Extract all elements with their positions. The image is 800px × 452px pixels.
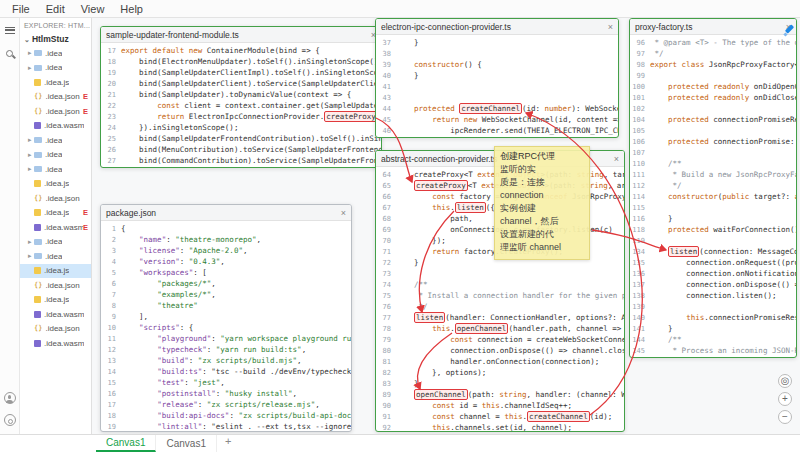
settings-icon[interactable] [4, 414, 16, 426]
tree-item[interactable]: {}.idea.jsonE [20, 90, 91, 105]
tree-item-label: .idea [45, 237, 62, 246]
tree-item-label: .idea [45, 252, 62, 261]
tree-item-label: .idea [45, 49, 62, 58]
code-text: listen(handler: ConnectionHandler, optio… [396, 313, 624, 324]
tree-item[interactable]: .idea.wasm [20, 119, 91, 134]
code-line: 112 */ [630, 181, 796, 192]
code-text: "postinstall": "husky install", [121, 389, 297, 400]
recenter-icon[interactable]: ◎ [778, 374, 792, 388]
code-text: "examples/*", [121, 290, 216, 301]
line-number: 100 [630, 82, 650, 93]
line-number: 99 [630, 71, 650, 82]
tree-item-label: .idea.js [44, 179, 69, 188]
zoom-out-icon[interactable]: − [778, 410, 792, 424]
folder-icon [34, 239, 42, 245]
tree-item[interactable]: {}.idea.jsonE [20, 104, 91, 119]
line-number: 119 [630, 236, 650, 247]
canvas-tab-2[interactable]: Canvas1 [156, 435, 216, 452]
tree-item[interactable]: ▸.idea [20, 235, 91, 250]
tree-item[interactable]: .idea.wasm [20, 336, 91, 351]
file-tree: ▸.idea▸.idea.idea.js{}.idea.jsonE{}.idea… [20, 46, 91, 351]
close-icon[interactable]: × [604, 22, 613, 32]
tree-item[interactable]: ▸.idea [20, 46, 91, 61]
tree-item[interactable]: {}.idea.json [20, 322, 91, 337]
line-number: 116 [630, 214, 650, 225]
zoom-in-icon[interactable]: + [778, 392, 792, 406]
line-number: 21 [101, 90, 121, 101]
tree-item[interactable]: .idea.js [20, 293, 91, 308]
line-number: 27 [101, 156, 121, 167]
line-number: 137 [630, 280, 650, 291]
code-line: 111 * Build a new JsonRpcProxyFactory [630, 170, 796, 181]
line-number: 4 [101, 257, 121, 268]
code-text: } [650, 214, 673, 225]
window-title-bar: proxy-factory.ts× [630, 19, 796, 35]
tree-item[interactable]: ▸.idea [20, 249, 91, 264]
code-text: bind(SampleUpdaterFrontendContribution).… [121, 134, 381, 145]
menu-item-edit[interactable]: Edit [38, 3, 73, 15]
code-line: 104 protected connectionPromiseResolve [630, 115, 796, 126]
tree-item[interactable]: {}.idea.json [20, 191, 91, 206]
tree-item[interactable]: .idea.jsE [20, 206, 91, 221]
code-line: 92 this.channels.set(id, channel); [376, 423, 624, 431]
code-window-sample-updater-frontend-module[interactable]: sample-updater-frontend-module.ts×17expo… [100, 26, 382, 168]
menu-item-file[interactable]: File [4, 3, 38, 15]
line-number: 74 [376, 280, 396, 291]
tree-item[interactable]: .idea.js [20, 177, 91, 192]
canvas-area[interactable]: sample-updater-frontend-module.ts×17expo… [92, 18, 800, 434]
brush-icon[interactable] [784, 26, 795, 37]
sticky-note[interactable]: 创建RPC代理监听的实质是：连接connection实例创建channel，然后… [494, 146, 590, 260]
code-text: connection.listen(); [650, 291, 776, 302]
line-number: 78 [376, 324, 396, 335]
code-text: "build": "zx scripts/build.mjs", [121, 356, 302, 367]
tree-item[interactable]: .idea.js [20, 75, 91, 90]
line-number: 118 [630, 225, 650, 236]
explorer-root-item[interactable]: ⌄HtlmStuz [20, 32, 91, 46]
tree-item[interactable]: ▸.idea [20, 61, 91, 76]
code-text: openChannel(path: string, handler: (chan… [396, 390, 624, 401]
code-window-proxy-factory[interactable]: proxy-factory.ts×96 * @param <T> - The t… [629, 18, 797, 358]
line-number: 41 [376, 82, 396, 93]
code-text: bind(SampleUpdaterClientImpl).toSelf().i… [121, 68, 381, 79]
user-icon[interactable] [4, 392, 16, 404]
code-line: 14 "build:ts": "tsc --build ./devEnv/typ… [101, 367, 351, 378]
canvas-tab-1[interactable]: Canvas1 [96, 435, 156, 452]
code-line: 45 return new WebSocketChannel(id, conte… [376, 115, 618, 126]
line-number: 134 [630, 247, 650, 258]
code-window-package-json[interactable]: package.json×1{2 "name": "theatre-monore… [100, 204, 352, 432]
menu-icon[interactable] [5, 27, 15, 34]
code-text: * Build a new JsonRpcProxyFactory [650, 170, 796, 181]
close-icon[interactable]: × [610, 154, 619, 164]
search-icon[interactable] [6, 50, 13, 57]
line-number: 110 [630, 159, 650, 170]
tree-item[interactable]: ▸.idea [20, 162, 91, 177]
code-line: 83 } [376, 379, 624, 390]
code-window-electron-ipc-connection-provider[interactable]: electron-ipc-connection-provider.ts×37 }… [375, 18, 619, 138]
code-line: 10 "scripts": { [101, 323, 351, 334]
code-line: 136 connection.onNotification((pro [630, 269, 796, 280]
code-text: constructor(public target?: any) { [650, 192, 796, 203]
line-number: 106 [630, 137, 650, 148]
tree-item[interactable]: ▸.idea [20, 148, 91, 163]
sticky-note-line: channel，然后 [500, 215, 584, 228]
line-number: 19 [101, 422, 121, 431]
tree-item[interactable]: .idea.wasmE [20, 220, 91, 235]
code-line: 25 bind(SampleUpdaterFrontendContributio… [101, 134, 381, 145]
line-number: 11 [101, 334, 121, 345]
menu-item-help[interactable]: Help [112, 3, 151, 15]
line-number: 44 [376, 104, 396, 115]
tree-item[interactable]: .idea.wasm [20, 307, 91, 322]
add-canvas-tab-button[interactable]: + [217, 435, 239, 452]
folder-icon [34, 166, 42, 172]
tree-item[interactable]: ▸.idea [20, 133, 91, 148]
menu-item-view[interactable]: View [73, 3, 113, 15]
tree-item[interactable]: {}.idea.json [20, 278, 91, 293]
line-number: 19 [101, 68, 121, 79]
code-line: 76 */ [376, 302, 624, 313]
tree-item[interactable]: .idea.js [20, 264, 91, 279]
line-number: 2 [101, 235, 121, 246]
code-line: 106 protected connectionPromise: Promi [630, 137, 796, 148]
close-icon[interactable]: × [337, 208, 346, 218]
folder-icon [34, 50, 42, 56]
js-file-icon [34, 209, 41, 216]
